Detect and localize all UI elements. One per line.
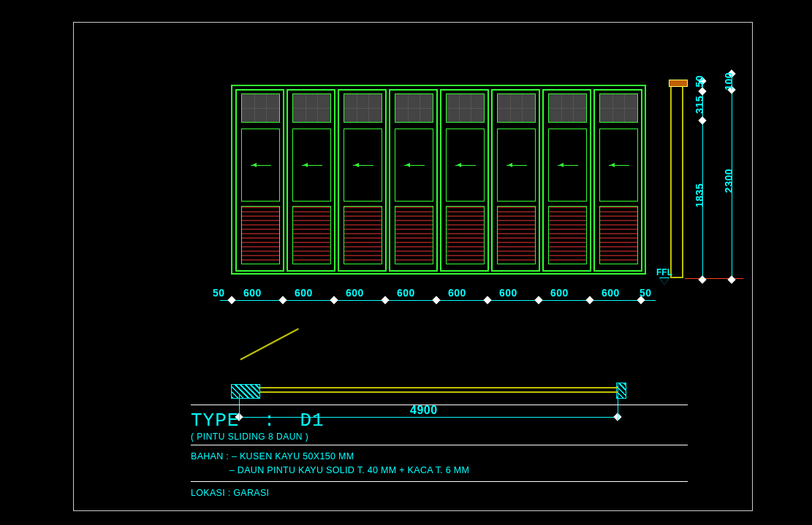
track-line [260,391,618,393]
dim-tick-icon [534,296,542,304]
dim-value: 600 [243,287,262,299]
dim-tick-icon [330,296,338,304]
dim-value: 600 [550,287,569,299]
dim-tick-icon [227,296,235,304]
glass-grid-icon [497,93,536,123]
glass-grid-icon [548,93,587,123]
louver-icon [446,206,485,264]
door-elevation [231,85,646,275]
lintel-cap-icon [669,80,688,87]
door-panel [235,89,284,272]
door-panel [491,89,540,272]
dim-tick-icon [727,275,735,283]
dim-tick-icon [698,275,706,283]
louver-icon [241,206,280,264]
arrow-left-icon [404,165,425,166]
track-line [260,387,618,388]
louver-icon [344,206,382,264]
dim-value: 600 [499,287,517,299]
arrow-left-icon [558,165,578,166]
dim-value: 100 [723,72,735,91]
dim-tick-icon [483,296,491,304]
drawing-frame: 50 600 600 600 600 600 600 600 600 50 18… [73,22,753,511]
dim-tick-icon [381,296,389,304]
dim-value: 50 [640,287,652,299]
dim-value: 2300 [723,169,735,193]
arrow-left-icon [506,165,527,166]
dim-tick-icon [585,296,593,304]
dim-value: 50 [213,287,225,299]
door-panel [287,89,335,272]
spec-block: BAHAN : – KUSEN KAYU 50X150 MM – DAUN PI… [191,450,702,478]
glass-grid-icon [292,93,331,123]
door-panel [542,89,591,272]
panel-mid [446,129,485,202]
panel-mid [241,129,280,202]
arrow-left-icon [609,165,629,166]
divider [191,405,688,405]
dim-value: 50 [694,75,705,88]
panel-mid [344,129,382,202]
arrow-left-icon [302,165,322,166]
lokasi-value: GARASI [233,488,269,498]
lokasi-block: LOKASI : GARASI [191,486,702,500]
type-label: TYPE [191,410,239,432]
dim-value: 315 [694,96,705,114]
panel-mid [599,129,638,202]
ffl-triangle-icon [660,278,669,285]
ffl-marker: FFL [656,267,672,285]
dim-value: 1835 [694,183,705,207]
dim-tick-icon [278,296,287,304]
dim-value: 600 [397,287,415,299]
bahan-1: – KUSEN KAYU 50X150 MM [232,451,354,461]
bahan-2: – DAUN PINTU KAYU SOLID T. 40 MM + KACA … [229,465,469,475]
arrow-left-icon [455,165,476,166]
glass-grid-icon [241,93,280,123]
panel-mid [395,129,433,202]
dim-value: 600 [346,287,364,299]
glass-grid-icon [599,93,638,123]
panel-mid [548,129,587,202]
dim-tick-icon [698,116,706,124]
glass-grid-icon [446,93,485,123]
glass-grid-icon [344,93,382,123]
louver-icon [395,206,433,264]
divider [191,445,688,445]
dim-value: 600 [448,287,466,299]
door-panel [440,89,489,272]
louver-icon [292,206,331,264]
lokasi-label: LOKASI : [191,488,231,498]
divider [191,481,688,482]
louver-icon [599,206,638,264]
louver-icon [548,206,587,264]
arrow-left-icon [353,165,373,166]
dim-tick-icon [698,87,706,95]
dim-tick-icon [432,296,440,304]
door-section [670,83,683,278]
type-line: TYPE : D1 [191,410,702,432]
subtitle: ( PINTU SLIDING 8 DAUN ) [191,432,702,442]
bahan-label: BAHAN : [191,451,229,461]
ffl-label: FFL [656,267,672,277]
title-block: TYPE : D1 ( PINTU SLIDING 8 DAUN ) BAHAN… [191,402,702,500]
dim-value: 600 [602,287,620,299]
louver-icon [497,206,536,264]
panel-mid [497,129,536,202]
open-leaf-icon [240,328,314,390]
glass-grid-icon [395,93,433,123]
type-value: D1 [300,410,324,432]
door-panel [593,89,642,272]
panel-mid [292,129,331,202]
dim-value: 600 [295,287,313,299]
door-panel [338,89,387,272]
arrow-left-icon [251,165,271,166]
door-panel [389,89,438,272]
